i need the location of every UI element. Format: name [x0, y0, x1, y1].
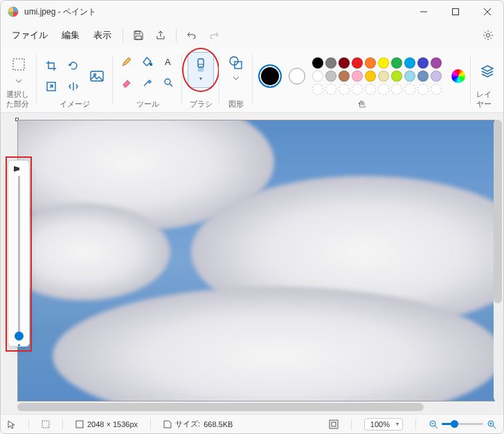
color-swatch[interactable] — [431, 71, 442, 82]
zoom-slider[interactable] — [429, 419, 496, 429]
color-swatch[interactable] — [325, 71, 336, 82]
primary-color[interactable] — [258, 64, 282, 88]
menu-file[interactable]: ファイル — [6, 27, 53, 44]
titlebar: umi.jpeg - ペイント — [1, 1, 503, 23]
color-swatch[interactable] — [378, 71, 389, 82]
dimensions-icon — [75, 420, 84, 428]
undo-button[interactable] — [182, 26, 201, 45]
dimensions-value: 2048 × 1536px — [87, 420, 138, 428]
menu-view[interactable]: 表示 — [88, 27, 117, 44]
zoom-value: 100% — [370, 420, 390, 428]
brushes-button[interactable]: ▾ — [188, 52, 214, 88]
group-image-label: イメージ — [60, 100, 90, 109]
pencil-tool[interactable] — [117, 52, 136, 71]
svg-line-28 — [493, 426, 496, 428]
svg-rect-2 — [453, 9, 459, 15]
horizontal-scrollbar[interactable] — [17, 403, 495, 411]
chevron-down-icon[interactable] — [233, 77, 239, 80]
canvas[interactable] — [17, 120, 495, 401]
chevron-down-icon[interactable] — [16, 80, 21, 83]
color-swatch-empty[interactable] — [352, 84, 363, 95]
color-palette — [312, 57, 442, 95]
selection-icon — [42, 420, 50, 428]
zoom-in-icon[interactable] — [487, 419, 496, 429]
svg-rect-6 — [136, 36, 141, 39]
color-swatch[interactable] — [391, 71, 402, 82]
magnifier-tool[interactable] — [159, 73, 178, 92]
color-swatch[interactable] — [339, 71, 350, 82]
group-colors-label: 色 — [358, 100, 366, 109]
color-swatch[interactable] — [312, 57, 323, 69]
color-swatch[interactable] — [365, 57, 376, 69]
redo-button[interactable] — [204, 26, 224, 45]
vertical-scrollbar[interactable] — [494, 120, 502, 401]
color-swatch[interactable] — [417, 71, 429, 82]
color-swatch-empty[interactable] — [378, 84, 389, 95]
maximize-button[interactable] — [440, 1, 471, 23]
zoom-out-icon[interactable] — [429, 419, 438, 429]
group-layers-label: レイヤー — [476, 90, 498, 109]
secondary-color[interactable] — [289, 68, 305, 84]
color-swatch-empty[interactable] — [431, 84, 442, 95]
flip-tool[interactable] — [64, 77, 83, 96]
color-swatch[interactable] — [312, 71, 323, 82]
brush-size-slider[interactable] — [8, 160, 30, 347]
color-swatch[interactable] — [339, 57, 350, 69]
color-swatch[interactable] — [431, 57, 442, 69]
color-swatch[interactable] — [325, 57, 336, 69]
color-swatch[interactable] — [378, 57, 389, 69]
rotate-tool[interactable] — [64, 56, 83, 75]
selection-tool[interactable] — [6, 52, 31, 77]
text-tool[interactable]: A — [159, 52, 178, 71]
edit-colors-button[interactable] — [451, 69, 465, 83]
share-button[interactable] — [151, 26, 170, 45]
chevron-down-icon: ▾ — [199, 75, 202, 82]
group-selection-label: 選択した部分 — [6, 90, 31, 109]
minimize-button[interactable] — [408, 1, 440, 23]
layers-button[interactable] — [476, 60, 498, 82]
title-app: ペイント — [63, 7, 96, 17]
statusbar: 2048 × 1536px サイズ: 668.5KB 100% ▾ — [1, 414, 503, 433]
color-swatch-empty[interactable] — [339, 84, 350, 95]
color-swatch[interactable] — [352, 57, 363, 69]
save-icon — [163, 420, 172, 428]
color-swatch[interactable] — [417, 57, 429, 69]
selection-size — [42, 420, 50, 428]
color-swatch-empty[interactable] — [365, 84, 376, 95]
window-title: umi.jpeg - ペイント — [24, 6, 408, 18]
zoom-select[interactable]: 100% ▾ — [364, 418, 403, 431]
color-swatch-empty[interactable] — [325, 84, 336, 95]
color-swatch-empty[interactable] — [417, 84, 429, 95]
settings-button[interactable] — [478, 26, 498, 45]
color-swatch[interactable] — [391, 57, 402, 69]
close-button[interactable] — [471, 1, 503, 23]
brush-stroke-icon — [14, 166, 24, 172]
size-value: 668.5KB — [204, 420, 233, 428]
resize-tool[interactable] — [42, 77, 61, 96]
svg-point-12 — [150, 64, 152, 66]
svg-line-24 — [435, 426, 438, 428]
color-swatch[interactable] — [352, 71, 363, 82]
color-swatch[interactable] — [404, 71, 415, 82]
menu-edit[interactable]: 編集 — [56, 27, 85, 44]
slider-thumb[interactable] — [15, 332, 24, 341]
color-swatch[interactable] — [404, 57, 415, 69]
color-swatch-empty[interactable] — [391, 84, 402, 95]
fit-to-window-button[interactable] — [329, 419, 339, 429]
svg-rect-21 — [332, 422, 336, 426]
svg-rect-18 — [42, 421, 49, 428]
eraser-tool[interactable] — [117, 73, 136, 92]
color-swatch-empty[interactable] — [312, 84, 323, 95]
color-swatch-empty[interactable] — [404, 84, 415, 95]
fill-tool[interactable] — [138, 52, 157, 71]
menubar: ファイル 編集 表示 — [1, 23, 503, 48]
save-button[interactable] — [129, 26, 148, 45]
shapes-button[interactable] — [225, 52, 247, 74]
eyedropper-tool[interactable] — [138, 73, 157, 92]
slider-track[interactable] — [18, 176, 20, 341]
svg-text:A: A — [165, 57, 171, 67]
color-swatch[interactable] — [365, 71, 376, 82]
svg-point-7 — [487, 34, 490, 37]
crop-tool[interactable] — [42, 56, 61, 75]
image-picker[interactable] — [86, 65, 108, 87]
